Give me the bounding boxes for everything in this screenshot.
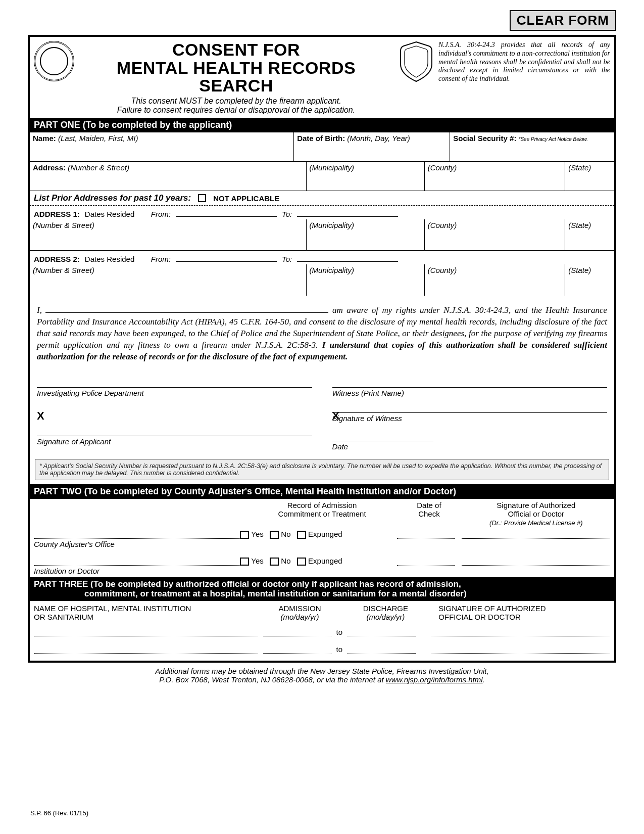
prior-addresses-label: List Prior Addresses for past 10 years:: [34, 193, 191, 203]
ssn-field[interactable]: Social Security #: *See Privacy Act Noti…: [450, 132, 614, 162]
p3-r1-hospital-field[interactable]: [34, 625, 258, 636]
date-field[interactable]: Date: [332, 441, 433, 451]
form-subtitle-2: Failure to consent requires denial or di…: [78, 106, 394, 115]
to-label-2: to: [336, 645, 343, 654]
dates-resided-label: Dates Resided: [85, 210, 134, 218]
clear-form-button[interactable]: CLEAR FORM: [510, 10, 616, 31]
part-one-header: PART ONE (To be completed by the applica…: [30, 118, 614, 132]
address1-label: ADDRESS 1:: [34, 210, 80, 218]
addr1-from-field[interactable]: [176, 209, 277, 217]
addr1-muni-field[interactable]: (Municipality): [307, 219, 425, 251]
investigating-dept-field[interactable]: Investigating Police Department: [37, 387, 312, 397]
addr2-street-field[interactable]: (Number & Street): [30, 264, 307, 296]
cao-signature-field[interactable]: [462, 528, 610, 539]
form-number: S.P. 66 (Rev. 01/15): [30, 809, 88, 817]
cao-no-checkbox[interactable]: [270, 531, 279, 539]
ssn-privacy-notice: * Applicant's Social Security Number is …: [35, 459, 609, 480]
p3-r2-discharge-field[interactable]: [348, 642, 416, 654]
county-field[interactable]: (County): [425, 162, 565, 191]
state-seal-icon: [34, 41, 74, 81]
not-applicable-label: NOT APPLICABLE: [213, 194, 279, 203]
legal-notice: N.J.S.A. 30:4-24.3 provides that all rec…: [438, 41, 610, 83]
addr2-county-field[interactable]: (County): [425, 264, 565, 296]
footer-link[interactable]: www.njsp.org/info/forms.html: [386, 675, 483, 684]
inst-signature-field[interactable]: [462, 554, 610, 566]
cao-date-field[interactable]: [397, 528, 455, 539]
form-subtitle-1: This consent MUST be completed by the fi…: [78, 97, 394, 106]
inst-date-field[interactable]: [397, 554, 455, 566]
p3-r1-signature-field[interactable]: [431, 625, 610, 636]
addr1-to-field[interactable]: [297, 209, 398, 217]
footer-text: Additional forms may be obtained through…: [28, 667, 616, 684]
p3-r1-admission-field[interactable]: [263, 625, 331, 636]
address2-label: ADDRESS 2:: [34, 255, 80, 263]
to-label: to: [336, 628, 343, 636]
applicant-signature-field[interactable]: Signature of Applicant: [37, 436, 312, 446]
address-field[interactable]: Address: (Number & Street): [30, 162, 307, 191]
addr2-from-field[interactable]: [176, 254, 277, 262]
p3-r2-admission-field[interactable]: [263, 642, 331, 654]
addr2-to-field[interactable]: [297, 254, 398, 262]
county-adjuster-line[interactable]: [34, 538, 240, 539]
not-applicable-checkbox[interactable]: [198, 194, 206, 202]
consent-name-field[interactable]: [45, 306, 328, 313]
inst-exp-checkbox[interactable]: [297, 558, 306, 566]
state-field[interactable]: (State): [565, 162, 614, 191]
part-two-header: PART TWO (To be completed by County Adju…: [30, 484, 614, 499]
cao-yes-checkbox[interactable]: [240, 531, 249, 539]
form-title: CONSENT FOR MENTAL HEALTH RECORDS SEARCH: [78, 41, 394, 95]
witness-print-field[interactable]: Witness (Print Name): [332, 387, 608, 397]
witness-signature-field[interactable]: Signature of Witness: [332, 412, 608, 423]
part-three-header: PART THREE (To be completed by authorize…: [30, 577, 614, 601]
p3-r1-discharge-field[interactable]: [348, 625, 416, 636]
county-adjuster-label: County Adjuster's Office: [30, 540, 614, 553]
addr2-muni-field[interactable]: (Municipality): [307, 264, 425, 296]
cao-exp-checkbox[interactable]: [297, 531, 306, 539]
institution-line[interactable]: [34, 565, 240, 566]
njsp-badge-icon: [398, 41, 434, 82]
inst-yes-checkbox[interactable]: [240, 558, 249, 566]
inst-no-checkbox[interactable]: [270, 558, 279, 566]
municipality-field[interactable]: (Municipality): [307, 162, 425, 191]
p3-r2-signature-field[interactable]: [431, 642, 610, 654]
addr1-street-field[interactable]: (Number & Street): [30, 219, 307, 251]
form-frame: CONSENT FOR MENTAL HEALTH RECORDS SEARCH…: [28, 35, 616, 663]
dob-field[interactable]: Date of Birth: (Month, Day, Year): [294, 132, 450, 162]
name-field[interactable]: Name: (Last, Maiden, First, MI): [30, 132, 294, 162]
dates-resided-label-2: Dates Resided: [85, 255, 134, 263]
addr1-state-field[interactable]: (State): [565, 219, 614, 251]
addr1-county-field[interactable]: (County): [425, 219, 565, 251]
consent-statement: I, am aware of my rights under N.J.S.A. …: [30, 296, 614, 366]
institution-label: Institution or Doctor: [30, 567, 614, 577]
addr2-state-field[interactable]: (State): [565, 264, 614, 296]
p3-r2-hospital-field[interactable]: [34, 642, 258, 654]
